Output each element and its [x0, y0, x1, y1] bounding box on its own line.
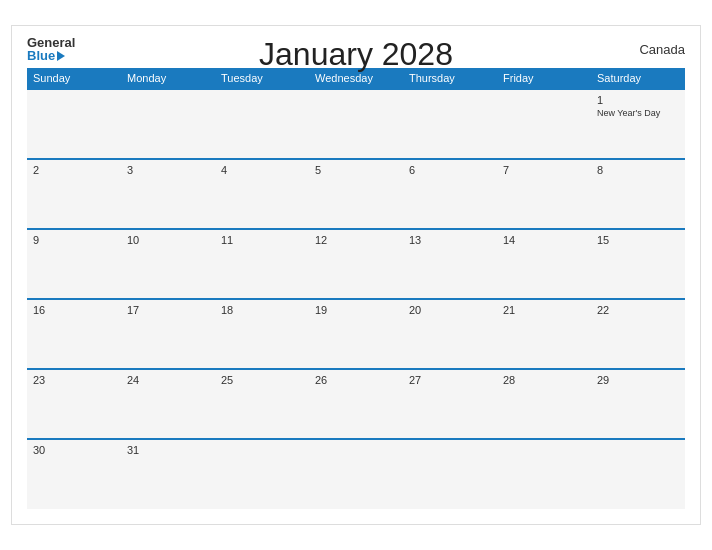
calendar-cell [309, 439, 403, 509]
calendar-cell: 12 [309, 229, 403, 299]
calendar-body: 1New Year's Day2345678910111213141516171… [27, 89, 685, 509]
day-number: 8 [597, 164, 679, 176]
calendar-cell: 31 [121, 439, 215, 509]
calendar-cell: 16 [27, 299, 121, 369]
day-number: 26 [315, 374, 397, 386]
day-number: 1 [597, 94, 679, 106]
calendar-cell: 18 [215, 299, 309, 369]
day-number: 28 [503, 374, 585, 386]
day-number: 6 [409, 164, 491, 176]
calendar-cell [215, 89, 309, 159]
calendar-cell: 3 [121, 159, 215, 229]
calendar-cell: 9 [27, 229, 121, 299]
day-number: 27 [409, 374, 491, 386]
calendar-cell [497, 89, 591, 159]
calendar-cell: 7 [497, 159, 591, 229]
calendar-cell: 8 [591, 159, 685, 229]
weekday-header-saturday: Saturday [591, 68, 685, 89]
day-number: 19 [315, 304, 397, 316]
calendar-header: General Blue January 2028 Canada [27, 36, 685, 62]
calendar-cell [591, 439, 685, 509]
calendar-cell: 20 [403, 299, 497, 369]
weekday-header-friday: Friday [497, 68, 591, 89]
day-number: 31 [127, 444, 209, 456]
day-number: 12 [315, 234, 397, 246]
calendar-cell: 10 [121, 229, 215, 299]
logo-blue-text: Blue [27, 49, 55, 62]
calendar-cell: 13 [403, 229, 497, 299]
calendar-cell [497, 439, 591, 509]
calendar-cell [403, 89, 497, 159]
calendar-cell: 28 [497, 369, 591, 439]
calendar-cell: 25 [215, 369, 309, 439]
calendar-cell [403, 439, 497, 509]
day-number: 7 [503, 164, 585, 176]
calendar-cell: 27 [403, 369, 497, 439]
calendar-cell [215, 439, 309, 509]
day-number: 24 [127, 374, 209, 386]
calendar-cell: 21 [497, 299, 591, 369]
calendar-cell: 6 [403, 159, 497, 229]
calendar-cell: 15 [591, 229, 685, 299]
logo-blue-row: Blue [27, 49, 65, 62]
calendar-cell: 24 [121, 369, 215, 439]
calendar-cell: 29 [591, 369, 685, 439]
day-number: 11 [221, 234, 303, 246]
calendar-cell: 19 [309, 299, 403, 369]
day-number: 10 [127, 234, 209, 246]
day-number: 18 [221, 304, 303, 316]
calendar-week-row: 2345678 [27, 159, 685, 229]
logo-triangle-icon [57, 51, 65, 61]
day-number: 3 [127, 164, 209, 176]
day-number: 22 [597, 304, 679, 316]
day-number: 23 [33, 374, 115, 386]
day-number: 21 [503, 304, 585, 316]
day-number: 30 [33, 444, 115, 456]
day-number: 5 [315, 164, 397, 176]
day-number: 17 [127, 304, 209, 316]
calendar-week-row: 23242526272829 [27, 369, 685, 439]
calendar-cell: 17 [121, 299, 215, 369]
calendar-container: General Blue January 2028 Canada SundayM… [11, 25, 701, 525]
weekday-header-monday: Monday [121, 68, 215, 89]
calendar-table: SundayMondayTuesdayWednesdayThursdayFrid… [27, 68, 685, 509]
calendar-cell: 23 [27, 369, 121, 439]
calendar-week-row: 16171819202122 [27, 299, 685, 369]
calendar-cell [27, 89, 121, 159]
country-label: Canada [639, 42, 685, 57]
calendar-week-row: 9101112131415 [27, 229, 685, 299]
calendar-cell: 2 [27, 159, 121, 229]
calendar-cell: 14 [497, 229, 591, 299]
day-number: 29 [597, 374, 679, 386]
logo: General Blue [27, 36, 75, 62]
calendar-cell: 11 [215, 229, 309, 299]
calendar-week-row: 3031 [27, 439, 685, 509]
calendar-title: January 2028 [259, 36, 453, 73]
weekday-header-sunday: Sunday [27, 68, 121, 89]
day-number: 25 [221, 374, 303, 386]
calendar-cell: 26 [309, 369, 403, 439]
calendar-cell: 4 [215, 159, 309, 229]
day-number: 15 [597, 234, 679, 246]
calendar-cell: 5 [309, 159, 403, 229]
calendar-week-row: 1New Year's Day [27, 89, 685, 159]
calendar-cell: 30 [27, 439, 121, 509]
day-number: 9 [33, 234, 115, 246]
calendar-cell [309, 89, 403, 159]
day-number: 16 [33, 304, 115, 316]
holiday-label: New Year's Day [597, 108, 679, 118]
day-number: 2 [33, 164, 115, 176]
calendar-cell [121, 89, 215, 159]
day-number: 4 [221, 164, 303, 176]
day-number: 13 [409, 234, 491, 246]
calendar-cell: 1New Year's Day [591, 89, 685, 159]
calendar-cell: 22 [591, 299, 685, 369]
day-number: 20 [409, 304, 491, 316]
day-number: 14 [503, 234, 585, 246]
